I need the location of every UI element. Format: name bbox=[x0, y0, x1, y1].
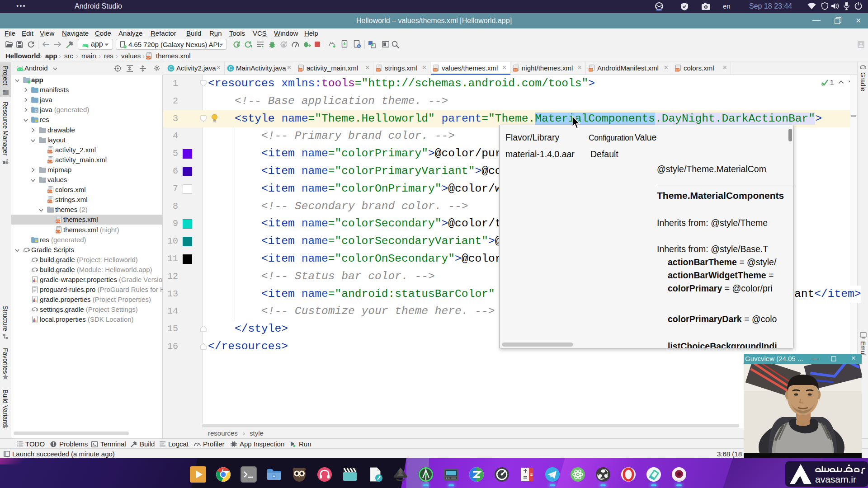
svg-text:<>: <> bbox=[675, 68, 679, 72]
svg-text:<>: <> bbox=[298, 68, 302, 72]
svg-text:<>: <> bbox=[146, 56, 151, 60]
svg-text:<>: <> bbox=[47, 150, 52, 153]
svg-text:<>: <> bbox=[56, 230, 60, 233]
svg-text:C: C bbox=[229, 66, 232, 71]
svg-text:<>: <> bbox=[513, 68, 518, 72]
svg-text:<>: <> bbox=[589, 68, 593, 72]
svg-text:<>: <> bbox=[47, 200, 52, 203]
svg-text:REC: REC bbox=[656, 9, 662, 11]
svg-text:<>: <> bbox=[56, 220, 60, 223]
svg-text:<>: <> bbox=[47, 190, 52, 193]
svg-text:<>: <> bbox=[47, 160, 52, 163]
svg-text:C: C bbox=[169, 66, 173, 71]
svg-text:<>: <> bbox=[433, 68, 438, 72]
svg-text:<>: <> bbox=[376, 68, 381, 72]
